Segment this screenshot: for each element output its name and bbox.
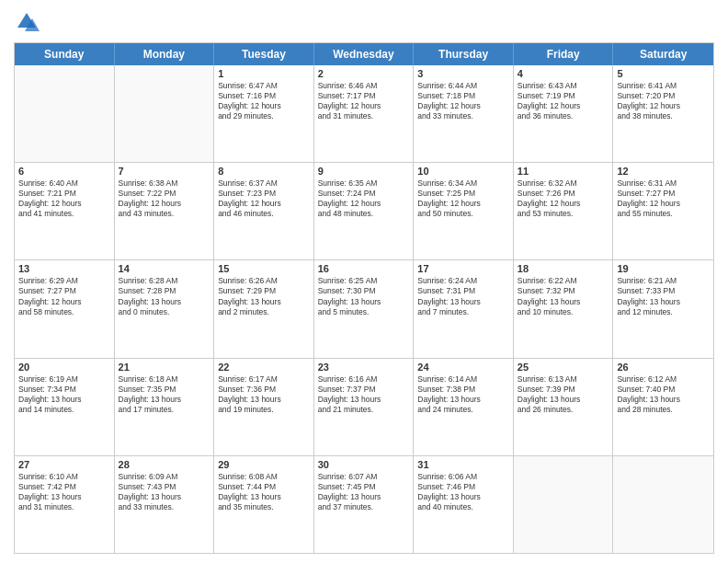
cell-line: Daylight: 12 hours [318,101,410,111]
cell-line: Daylight: 13 hours [318,395,410,405]
day-number: 16 [318,263,410,274]
calendar-day-16: 16Sunrise: 6:25 AMSunset: 7:30 PMDayligh… [314,260,415,357]
day-number: 11 [518,166,609,177]
calendar-row: 1Sunrise: 6:47 AMSunset: 7:16 PMDaylight… [15,65,713,163]
day-number: 6 [18,166,110,177]
cell-line: Sunset: 7:30 PM [318,286,410,296]
calendar-day-19: 19Sunrise: 6:21 AMSunset: 7:33 PMDayligh… [613,260,713,357]
cell-line: Daylight: 13 hours [417,395,509,405]
calendar-day-6: 6Sunrise: 6:40 AMSunset: 7:21 PMDaylight… [15,163,115,259]
cell-line: Daylight: 12 hours [518,199,609,209]
calendar-day-2: 2Sunrise: 6:46 AMSunset: 7:17 PMDaylight… [314,65,415,162]
weekday-header: Saturday [613,43,713,65]
day-number: 26 [617,362,710,373]
cell-line: Sunrise: 6:18 AM [119,374,210,385]
calendar-day-9: 9Sunrise: 6:35 AMSunset: 7:24 PMDaylight… [314,163,415,259]
calendar-row: 6Sunrise: 6:40 AMSunset: 7:21 PMDaylight… [15,163,713,260]
cell-line: Sunrise: 6:32 AM [518,178,609,189]
cell-line: Sunset: 7:25 PM [417,189,509,199]
cell-line: and 31 minutes. [318,111,410,121]
cell-line: Daylight: 13 hours [617,395,710,405]
cell-line: Sunset: 7:43 PM [119,482,210,492]
calendar-day-12: 12Sunrise: 6:31 AMSunset: 7:27 PMDayligh… [613,163,713,259]
cell-line: Sunrise: 6:44 AM [417,81,509,91]
day-number: 13 [18,263,110,274]
calendar-day-29: 29Sunrise: 6:08 AMSunset: 7:44 PMDayligh… [214,456,314,553]
cell-line: Sunset: 7:31 PM [417,286,509,296]
calendar-day-7: 7Sunrise: 6:38 AMSunset: 7:22 PMDaylight… [115,163,215,259]
cell-line: Sunset: 7:27 PM [617,189,710,199]
calendar-row: 13Sunrise: 6:29 AMSunset: 7:27 PMDayligh… [15,260,713,358]
calendar-day-20: 20Sunrise: 6:19 AMSunset: 7:34 PMDayligh… [15,359,115,455]
cell-line: Sunset: 7:23 PM [218,189,310,199]
cell-line: Sunrise: 6:13 AM [518,374,609,385]
cell-line: and 7 minutes. [417,307,509,317]
calendar-day-17: 17Sunrise: 6:24 AMSunset: 7:31 PMDayligh… [414,260,514,357]
calendar: SundayMondayTuesdayWednesdayThursdayFrid… [14,42,714,554]
calendar-day-21: 21Sunrise: 6:18 AMSunset: 7:35 PMDayligh… [115,359,215,455]
day-number: 7 [119,166,210,177]
calendar-day-18: 18Sunrise: 6:22 AMSunset: 7:32 PMDayligh… [514,260,614,357]
weekday-header: Sunday [15,43,115,65]
day-number: 30 [318,459,410,470]
cell-line: Daylight: 13 hours [318,297,410,307]
cell-line: and 43 minutes. [119,209,210,219]
calendar-body: 1Sunrise: 6:47 AMSunset: 7:16 PMDaylight… [15,65,713,553]
cell-line: Daylight: 13 hours [218,297,310,307]
day-number: 1 [218,68,310,79]
cell-line: and 33 minutes. [119,502,210,512]
cell-line: Daylight: 12 hours [417,199,509,209]
calendar-row: 20Sunrise: 6:19 AMSunset: 7:34 PMDayligh… [15,359,713,456]
cell-line: Sunrise: 6:29 AM [18,276,110,286]
cell-line: and 5 minutes. [318,307,410,317]
cell-line: Sunset: 7:16 PM [218,91,310,101]
cell-line: Sunrise: 6:38 AM [119,178,210,189]
cell-line: Sunset: 7:45 PM [318,482,410,492]
cell-line: Daylight: 12 hours [218,199,310,209]
cell-line: Daylight: 12 hours [617,199,710,209]
cell-line: and 36 minutes. [518,111,609,121]
cell-line: Sunset: 7:24 PM [318,189,410,199]
day-number: 2 [318,68,410,79]
cell-line: Sunset: 7:22 PM [119,189,210,199]
cell-line: Sunrise: 6:41 AM [617,81,710,91]
cell-line: and 14 minutes. [18,405,110,415]
day-number: 10 [417,166,509,177]
cell-line: Daylight: 13 hours [218,492,310,502]
calendar-day-31: 31Sunrise: 6:06 AMSunset: 7:46 PMDayligh… [414,456,514,553]
calendar-day-26: 26Sunrise: 6:12 AMSunset: 7:40 PMDayligh… [613,359,713,455]
cell-line: Daylight: 12 hours [518,101,609,111]
cell-line: Sunset: 7:20 PM [617,91,710,101]
cell-line: and 50 minutes. [417,209,509,219]
cell-line: Daylight: 13 hours [518,297,609,307]
day-number: 28 [119,459,210,470]
cell-line: and 31 minutes. [18,502,110,512]
cell-line: Sunrise: 6:14 AM [417,374,509,385]
calendar-row: 27Sunrise: 6:10 AMSunset: 7:42 PMDayligh… [15,456,713,553]
cell-line: Sunrise: 6:37 AM [218,178,310,189]
cell-line: Sunrise: 6:19 AM [18,374,110,385]
cell-line: Sunrise: 6:46 AM [318,81,410,91]
cell-line: and 28 minutes. [617,405,710,415]
calendar-day-1: 1Sunrise: 6:47 AMSunset: 7:16 PMDaylight… [214,65,314,162]
cell-line: Sunset: 7:27 PM [18,286,110,296]
cell-line: Sunrise: 6:21 AM [617,276,710,286]
cell-line: and 19 minutes. [218,405,310,415]
cell-line: Sunset: 7:21 PM [18,189,110,199]
cell-line: Daylight: 13 hours [318,492,410,502]
calendar-day-27: 27Sunrise: 6:10 AMSunset: 7:42 PMDayligh… [15,456,115,553]
day-number: 25 [518,362,609,373]
cell-line: Daylight: 13 hours [218,395,310,405]
calendar-day-5: 5Sunrise: 6:41 AMSunset: 7:20 PMDaylight… [613,65,713,162]
cell-line: Sunrise: 6:26 AM [218,276,310,286]
cell-line: Daylight: 13 hours [119,395,210,405]
cell-line: and 21 minutes. [318,405,410,415]
cell-line: Sunrise: 6:28 AM [119,276,210,286]
cell-line: Daylight: 13 hours [518,395,609,405]
calendar-day-11: 11Sunrise: 6:32 AMSunset: 7:26 PMDayligh… [514,163,614,259]
cell-line: Sunset: 7:26 PM [518,189,609,199]
day-number: 21 [119,362,210,373]
cell-line: and 29 minutes. [218,111,310,121]
cell-line: Daylight: 13 hours [617,297,710,307]
cell-line: and 41 minutes. [18,209,110,219]
